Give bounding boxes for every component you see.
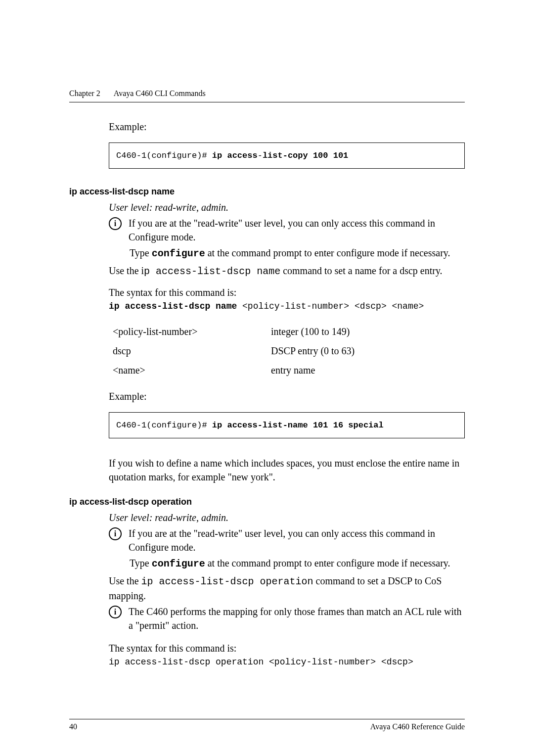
chapter-title: Avaya C460 CLI Commands (114, 89, 206, 97)
page: Chapter 2 Avaya C460 CLI Commands Exampl… (0, 0, 534, 756)
syntax-args-1: <policy-list-number> <dscp> <name> (237, 301, 424, 311)
use-text-2: Use the ip access-list-dscp operation co… (109, 574, 465, 603)
note-1-text: If you are at the "read-write" user leve… (129, 216, 465, 244)
table-row: <name> entry name (113, 361, 374, 380)
page-number: 40 (69, 722, 77, 731)
param-key: <name> (113, 361, 271, 380)
param-val: DSCP entry (0 to 63) (271, 341, 374, 361)
code-prompt-2: C460-1(configure)# (116, 421, 212, 430)
footer-row: 40 Avaya C460 Reference Guide (69, 722, 465, 731)
use-before-1: Use the i (109, 265, 144, 276)
info-icon: i (109, 217, 122, 230)
note-1-sub: Type configure at the command prompt to … (130, 246, 465, 261)
doc-title: Avaya C460 Reference Guide (370, 722, 465, 731)
note-2-sub: Type configure at the command prompt to … (130, 556, 465, 571)
code-box-2: C460-1(configure)# ip access-list-name 1… (109, 412, 465, 438)
note-3-text: The C460 performs the mapping for only t… (129, 605, 465, 632)
code-cmd-hyphen: - (258, 151, 263, 160)
section-1-body: User level: read-write, admin. i If you … (109, 202, 465, 484)
note-row-1: i If you are at the "read-write" user le… (109, 216, 465, 244)
user-level-1: User level: read-write, admin. (109, 202, 465, 213)
param-val: integer (100 to 149) (271, 322, 374, 341)
syntax-label-1: The syntax for this command is: (109, 285, 465, 299)
note-2-sub-before: Type (130, 558, 152, 568)
note-1-sub-before: Type (130, 247, 152, 258)
use-mono-1: p access-list-dscp name (144, 266, 280, 277)
info-icon: i (109, 606, 122, 618)
table-row: dscp DSCP entry (0 to 63) (113, 341, 374, 361)
code-prompt: C460-1(configure)# (116, 151, 212, 160)
code-cmd-part2: list-copy 100 101 (263, 151, 348, 160)
top-example-block: Example: C460-1(configure)# ip access-li… (109, 121, 465, 169)
use-before-2: Use the (109, 575, 141, 586)
code-box-1: C460-1(configure)# ip access-list-copy 1… (109, 142, 465, 169)
code-cmd-part1: ip access (212, 151, 258, 160)
note-2-text: If you are at the "read-write" user leve… (129, 526, 465, 554)
param-key: dscp (113, 341, 271, 361)
note-row-3: i The C460 performs the mapping for only… (109, 605, 465, 632)
syntax-line-1: ip access-list-dscp name <policy-list-nu… (109, 301, 465, 311)
use-text-1: Use the ip access-list-dscp name command… (109, 264, 465, 279)
note-2-sub-cmd: configure (152, 558, 205, 569)
info-icon: i (109, 527, 122, 540)
section-2-body: User level: read-write, admin. i If you … (109, 512, 465, 667)
footer-rule (69, 719, 465, 719)
param-key: <policy-list-number> (113, 322, 271, 341)
chapter-number: Chapter 2 (69, 89, 100, 97)
example-label: Example: (109, 121, 465, 133)
page-footer: 40 Avaya C460 Reference Guide (69, 719, 465, 731)
syntax-line-2: ip access-list-dscp operation <policy-li… (109, 657, 465, 667)
section-2-title: ip access-list-dscp operation (69, 497, 465, 507)
use-after-1: command to set a name for a dscp entry. (280, 265, 442, 276)
section-1-title: ip access-list-dscp name (69, 187, 465, 197)
note-1-sub-cmd: configure (152, 248, 205, 259)
note-1-sub-after: at the command prompt to enter configure… (205, 247, 450, 258)
page-header: Chapter 2 Avaya C460 CLI Commands (69, 89, 465, 102)
user-level-2: User level: read-write, admin. (109, 512, 465, 523)
note-2-sub-after: at the command prompt to enter configure… (205, 558, 450, 568)
example-label-1: Example: (109, 391, 465, 402)
table-row: <policy-list-number> integer (100 to 149… (113, 322, 374, 341)
syntax-bold-1: ip access-list-dscp name (109, 301, 237, 311)
syntax-label-2: The syntax for this command is: (109, 641, 465, 655)
param-val: entry name (271, 361, 374, 380)
use-mono-2: ip access-list-dscp operation (141, 576, 313, 587)
trail-text-1: If you wish to define a name which inclu… (109, 456, 465, 484)
note-row-2: i If you are at the "read-write" user le… (109, 526, 465, 554)
params-table-1: <policy-list-number> integer (100 to 149… (113, 322, 374, 380)
code-cmd-2: ip access-list-name 101 16 special (212, 421, 384, 430)
